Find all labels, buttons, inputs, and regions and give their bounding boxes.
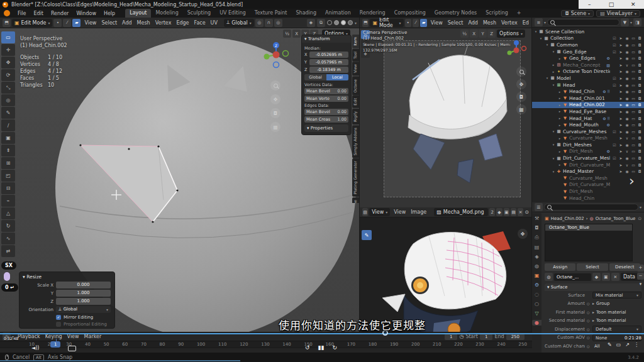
expand-triangle-icon[interactable]: ▾ bbox=[545, 43, 550, 47]
editor-type-icon[interactable]: ☰ bbox=[535, 203, 543, 211]
disable-viewport-icon[interactable]: ▭ bbox=[630, 69, 636, 74]
menu-item[interactable]: Window bbox=[72, 11, 100, 16]
expand-triangle-icon[interactable]: ▾ bbox=[551, 129, 556, 133]
disable-viewport-icon[interactable]: ▭ bbox=[630, 36, 636, 40]
outliner-row[interactable]: ▸ ▼ Head_Chin ⚙ ⠿ ➤ ◉ ▭ ◘ bbox=[532, 88, 644, 95]
workspace-tab[interactable]: Layout bbox=[125, 9, 151, 18]
exclude-checkbox-icon[interactable]: ☑ bbox=[611, 143, 618, 147]
outliner-row[interactable]: ▼ Dirt_Curvature_Mes bbox=[532, 182, 644, 189]
pin-icon[interactable]: ⊙ bbox=[525, 209, 529, 215]
exclude-checkbox-icon[interactable]: ☑ bbox=[611, 129, 618, 134]
next-overlay-arrow[interactable]: › bbox=[629, 173, 635, 189]
outliner-row[interactable]: ▸ ▼ Head_Hat ⚙ ⠿ ➤ ◉ ▭ ◘ bbox=[532, 115, 644, 122]
selectable-icon[interactable]: ➤ bbox=[618, 109, 624, 114]
selectable-icon[interactable]: ➤ bbox=[618, 69, 624, 74]
outliner-row[interactable]: ▸ ▼ Curvature_Mesh ➤ ∨ ▭ ◘ bbox=[532, 135, 644, 142]
disable-viewport-icon[interactable]: ▭ bbox=[630, 149, 636, 153]
disable-viewport-icon[interactable]: ▭ bbox=[630, 76, 636, 80]
outliner-row[interactable]: ▸ ▼ Head_Chin.002 ➤ ◉ ▭ ◘ bbox=[532, 102, 644, 109]
menu-item[interactable]: Face bbox=[192, 20, 208, 26]
expand-triangle-icon[interactable]: ▸ bbox=[557, 109, 562, 113]
zoom-icon[interactable] bbox=[516, 67, 526, 77]
hide-viewport-eye-icon[interactable]: ◉ bbox=[624, 123, 630, 127]
menu-item[interactable]: UV bbox=[208, 20, 220, 26]
disable-render-camera-icon[interactable]: ◘ bbox=[636, 63, 643, 67]
outliner-row[interactable]: ▾ ✚ Head_Master ➤ ◉ ▭ ◘ bbox=[532, 168, 644, 175]
disable-render-camera-icon[interactable]: ◘ bbox=[636, 69, 643, 74]
outliner-row[interactable]: ▾ ▦ Dirt_Curvature_Meshes ☑ ➤ ◉ ▭ ◘ bbox=[532, 155, 644, 162]
face-select-icon[interactable]: ▰ bbox=[72, 19, 80, 27]
snap-magnet-icon[interactable]: ∩ bbox=[265, 19, 273, 27]
outliner-row[interactable]: ▸ ▼ Head_Chin.001 ➤ ◉ ▭ ◘ bbox=[532, 95, 644, 102]
menu-item[interactable]: Add bbox=[465, 20, 480, 26]
disable-render-camera-icon[interactable]: ◘ bbox=[636, 129, 643, 134]
hide-viewport-eye-icon[interactable]: ∨ bbox=[624, 149, 630, 153]
tool-button[interactable]: ↻ bbox=[1, 220, 15, 232]
selectable-icon[interactable]: ➤ bbox=[618, 156, 624, 160]
scene-selector[interactable]: ◘ Scene ▾ bbox=[561, 10, 594, 17]
outliner-row[interactable]: ▾ ▦ Scene Collection bbox=[532, 28, 644, 35]
outliner-row[interactable]: ▸ ▼ Head_Eye_Base ➤ ◉ ▭ ◘ bbox=[532, 108, 644, 115]
n-panel-tab[interactable]: Edit bbox=[352, 96, 359, 108]
value-field[interactable]: 1.000 bbox=[56, 298, 111, 305]
hide-viewport-eye-icon[interactable]: ◉ bbox=[624, 143, 630, 147]
disable-viewport-icon[interactable]: ▭ bbox=[630, 156, 636, 160]
exclude-checkbox-icon[interactable]: ☑ bbox=[611, 83, 618, 87]
pan-hand-icon[interactable]: ✥ bbox=[518, 229, 528, 239]
workspace-tab[interactable]: Animation bbox=[321, 9, 355, 18]
face-select-icon[interactable]: ▰ bbox=[420, 19, 426, 27]
annotate-pencil-icon[interactable]: ✎ bbox=[362, 230, 372, 240]
orientation-dropdown[interactable]: ⟂ Global ▾ bbox=[224, 19, 254, 27]
expand-triangle-icon[interactable]: ▾ bbox=[551, 143, 556, 146]
disable-viewport-icon[interactable]: ▭ bbox=[630, 56, 636, 60]
workspace-tab[interactable]: Texture Paint bbox=[250, 9, 292, 18]
exclude-checkbox-icon[interactable]: ☑ bbox=[611, 156, 618, 160]
pan-hand-icon[interactable]: ✥ bbox=[516, 79, 526, 89]
outliner-row[interactable]: ▸ ▼ Geo_Edges ⚙ ➤ ◉ ▭ ◘ bbox=[532, 55, 644, 62]
selectable-icon[interactable]: ➤ bbox=[618, 36, 624, 40]
selectable-icon[interactable]: ➤ bbox=[618, 129, 624, 134]
menu-item[interactable]: Edge bbox=[174, 20, 191, 26]
new-image-icon[interactable]: ▣ bbox=[504, 208, 509, 216]
disable-render-camera-icon[interactable]: ◘ bbox=[636, 123, 643, 127]
hide-viewport-eye-icon[interactable]: ∨ bbox=[624, 136, 630, 140]
hide-viewport-eye-icon[interactable]: ◉ bbox=[624, 156, 630, 160]
outliner-row[interactable]: ▾ ▦ Common ☑ ➤ ◉ ▭ ◘ bbox=[532, 41, 644, 48]
value-field[interactable]: 0.000 bbox=[56, 282, 111, 288]
tool-button[interactable]: ✎ bbox=[1, 107, 15, 119]
pause-icon[interactable]: ▮▮ bbox=[318, 344, 325, 351]
tool-button[interactable]: ✥ bbox=[1, 57, 15, 69]
selectable-icon[interactable]: ➤ bbox=[618, 83, 624, 87]
disable-viewport-icon[interactable]: ▭ bbox=[630, 50, 636, 54]
material-slot[interactable]: Octane_Toon_Blue bbox=[545, 224, 632, 231]
disable-viewport-icon[interactable]: ▭ bbox=[630, 136, 636, 140]
n-panel-tab[interactable]: Simply Addons bbox=[352, 125, 359, 158]
properties-tab-icon[interactable]: ◌ bbox=[535, 292, 539, 297]
tool-button[interactable]: ◰ bbox=[1, 170, 15, 182]
value-field[interactable]: 1.000 bbox=[56, 290, 111, 297]
outliner-row[interactable]: ▾ ▦ Curvature_Meshes ☑ ➤ ◉ ▭ ◘ bbox=[532, 128, 644, 135]
outliner-row[interactable]: ▾ ▦ Model ☑ ➤ ◉ ▭ ◘ bbox=[532, 75, 644, 82]
tool-button[interactable]: ⇄ bbox=[1, 245, 15, 257]
local-button[interactable]: Local bbox=[326, 74, 348, 80]
frame-end-field[interactable]: 250 bbox=[506, 334, 525, 340]
expand-triangle-icon[interactable]: ▾ bbox=[538, 36, 543, 40]
menu-item[interactable]: Playback bbox=[15, 334, 43, 339]
rewind-10-icon[interactable]: ↺ bbox=[305, 344, 310, 351]
pan-hand-icon[interactable]: ✥ bbox=[270, 94, 280, 104]
menu-item[interactable]: Keying bbox=[43, 334, 65, 339]
hide-viewport-eye-icon[interactable]: ◉ bbox=[624, 89, 630, 94]
menu-item[interactable]: View bbox=[391, 209, 408, 215]
disable-viewport-icon[interactable]: ▭ bbox=[630, 143, 636, 147]
value-field[interactable]: -0.052695 m bbox=[309, 52, 348, 58]
vertex-select-icon[interactable]: ∙ bbox=[405, 19, 411, 27]
open-image-folder-icon[interactable]: ▤ bbox=[511, 208, 516, 216]
hide-viewport-eye-icon[interactable]: ◉ bbox=[624, 43, 630, 47]
menu-item[interactable]: Help bbox=[100, 11, 119, 16]
disable-render-camera-icon[interactable]: ◘ bbox=[636, 76, 643, 80]
perspective-toggle-icon[interactable]: ▦ bbox=[270, 122, 280, 132]
disable-viewport-icon[interactable]: ▭ bbox=[630, 96, 636, 101]
viewlayer-selector[interactable]: ▤ ViewLayer ▾ bbox=[596, 10, 640, 17]
expand-triangle-icon[interactable]: ▸ bbox=[551, 70, 556, 74]
disable-render-camera-icon[interactable]: ◘ bbox=[636, 163, 643, 167]
